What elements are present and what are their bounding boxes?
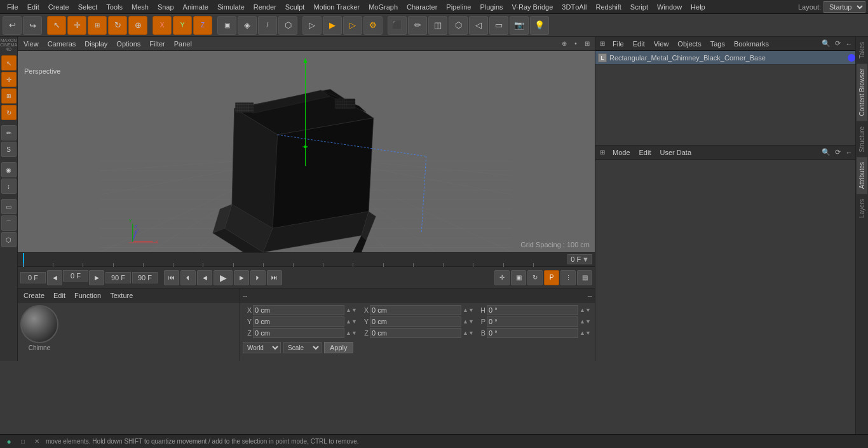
tl-play-btn[interactable]: ▶ (214, 270, 233, 285)
coord-z2-input[interactable] (370, 328, 461, 338)
coord-z-input[interactable] (253, 328, 344, 338)
coord-z2-arrow[interactable]: ▲▼ (463, 330, 475, 336)
object-color-dot1[interactable] (848, 54, 855, 62)
menu-file[interactable]: File (3, 2, 23, 12)
lt-mirror-btn[interactable]: ↕ (1, 179, 17, 194)
lt-brush-btn[interactable]: ✏ (1, 125, 17, 140)
tl-key-btn[interactable]: ⋮ (560, 270, 576, 285)
light-btn[interactable]: 💡 (530, 16, 549, 35)
lt-rotate-btn[interactable]: ↻ (1, 105, 17, 120)
poly-mode-btn[interactable]: ⬡ (278, 16, 297, 35)
vp-menu-filter[interactable]: Filter (146, 39, 168, 49)
tl-end-btn[interactable]: ⏭ (267, 270, 282, 285)
vp-menu-display[interactable]: Display (81, 39, 111, 49)
scale-dropdown[interactable]: Scale (283, 342, 322, 353)
menu-snap[interactable]: Snap (153, 2, 179, 12)
mat-texture[interactable]: Texture (107, 290, 136, 301)
coord-z-arrow[interactable]: ▲▼ (346, 330, 358, 336)
lt-deform-btn[interactable]: ⬡ (1, 232, 17, 247)
coord-y2-input[interactable] (370, 316, 461, 327)
cube-btn[interactable]: ⬛ (388, 16, 407, 35)
layout-select[interactable]: Startup (824, 1, 865, 13)
tl-stepback-btn[interactable]: ◀ (197, 270, 212, 285)
x-axis-btn[interactable]: X (153, 16, 172, 35)
coord-h-arrow[interactable]: ▲▼ (580, 307, 592, 313)
tl-autokey-btn[interactable]: ▤ (577, 270, 592, 285)
rf-view[interactable]: View (651, 39, 672, 49)
tl-box-btn[interactable]: ▣ (511, 270, 526, 285)
frame-max2-input[interactable] (132, 272, 158, 283)
menu-sculpt[interactable]: Sculpt (281, 2, 309, 12)
vp-menu-panel[interactable]: Panel (171, 39, 195, 49)
menu-mesh[interactable]: Mesh (127, 2, 153, 12)
tl-dec-btn[interactable]: ◀ (47, 270, 62, 285)
frame-arrow[interactable]: ▼ (582, 255, 589, 263)
object-mode-btn[interactable]: ▣ (217, 16, 236, 35)
vtab-layers[interactable]: Layers (857, 194, 867, 223)
floor-btn[interactable]: ▭ (489, 16, 508, 35)
vtab-content-browser[interactable]: Content Browser (857, 64, 867, 121)
material-ball[interactable] (20, 305, 58, 343)
menu-redshift[interactable]: Redshift (591, 2, 625, 12)
camera-btn[interactable]: 📷 (510, 16, 529, 35)
vp-menu-cameras[interactable]: Cameras (44, 39, 79, 49)
render-region-btn[interactable]: ▷ (302, 16, 322, 35)
tl-rewind-btn[interactable]: ⏮ (164, 270, 179, 285)
attr-mode[interactable]: Mode (609, 147, 634, 158)
undo-button[interactable]: ↩ (3, 16, 22, 35)
coord-y2-arrow[interactable]: ▲▼ (463, 318, 475, 325)
transform-tool[interactable]: ⊕ (128, 16, 147, 35)
coord-h-input[interactable] (487, 305, 578, 315)
scale-tool[interactable]: ⊞ (88, 16, 107, 35)
coord-p-input[interactable] (487, 316, 578, 327)
menu-simulate[interactable]: Simulate (213, 2, 249, 12)
lt-move-btn[interactable]: ✛ (1, 72, 17, 87)
world-dropdown[interactable]: World (243, 342, 281, 353)
point-mode-btn[interactable]: ◈ (238, 16, 257, 35)
move-tool[interactable]: ✛ (67, 16, 86, 35)
lt-paint-btn[interactable]: S (1, 142, 17, 157)
select-tool[interactable]: ↖ (47, 16, 66, 35)
menu-select[interactable]: Select (74, 2, 102, 12)
lt-bend-btn[interactable]: ⌒ (1, 215, 17, 231)
vtab-attributes[interactable]: Attributes (857, 157, 867, 194)
frame-start-input[interactable] (20, 272, 46, 283)
tl-prev-btn[interactable]: ⏴ (180, 270, 196, 285)
coord-p-arrow[interactable]: ▲▼ (580, 318, 592, 325)
coord-y-arrow[interactable]: ▲▼ (346, 318, 358, 325)
tl-move-tool[interactable]: ✛ (494, 270, 510, 285)
mat-edit[interactable]: Edit (50, 290, 69, 301)
vtab-takes[interactable]: Takes (857, 37, 867, 64)
back-icon[interactable]: ← (844, 39, 854, 49)
z-axis-btn[interactable]: Z (193, 16, 212, 35)
attr-search-icon[interactable]: 🔍 (821, 147, 831, 158)
refresh-icon[interactable]: ⟳ (832, 39, 843, 49)
tl-next-btn[interactable]: ⏵ (250, 270, 266, 285)
menu-plugins[interactable]: Plugins (475, 2, 507, 12)
lt-magnet-btn[interactable]: ◉ (1, 162, 17, 177)
menu-render[interactable]: Render (249, 2, 281, 12)
y-axis-btn[interactable]: Y (173, 16, 192, 35)
rotate-tool[interactable]: ↻ (108, 16, 127, 35)
render-settings-btn[interactable]: ⚙ (363, 16, 383, 35)
pen-btn[interactable]: ✏ (408, 16, 427, 35)
apply-button[interactable]: Apply (324, 342, 353, 353)
subdiv-btn[interactable]: ◫ (428, 16, 447, 35)
rf-objects[interactable]: Objects (674, 39, 704, 49)
render-btn[interactable]: ▶ (323, 16, 342, 35)
coord-x2-arrow[interactable]: ▲▼ (463, 307, 475, 313)
menu-create[interactable]: Create (44, 2, 74, 12)
rf-file[interactable]: File (609, 39, 627, 49)
frame-max-input[interactable] (105, 272, 131, 283)
vtab-structure[interactable]: Structure (857, 121, 867, 158)
lt-floor-btn[interactable]: ▭ (1, 199, 17, 214)
tl-rot-btn[interactable]: ↻ (527, 270, 543, 285)
rf-bookmarks[interactable]: Bookmarks (731, 39, 772, 49)
coord-b-arrow[interactable]: ▲▼ (580, 330, 592, 336)
vp-icon-dot[interactable]: • (571, 39, 581, 49)
attr-back-icon[interactable]: ← (844, 147, 854, 158)
coord-x2-input[interactable] (370, 305, 461, 315)
menu-mograph[interactable]: MoGraph (364, 2, 402, 12)
vp-menu-options[interactable]: Options (113, 39, 144, 49)
vp-icon-arrows[interactable]: ⊕ (559, 39, 569, 49)
